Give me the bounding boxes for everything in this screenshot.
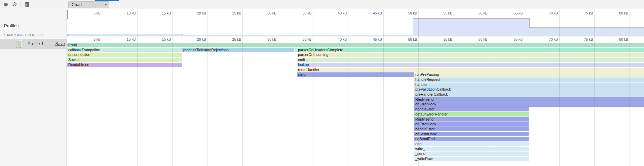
gridline [313,36,313,166]
flame-tick-label: 20 kB [187,37,206,41]
flame-bar[interactable]: callbackTrampoline [67,48,182,52]
flame-bar[interactable]: preHandlerCallback [414,92,644,97]
gridline [278,36,278,166]
gridline [383,10,384,36]
gridline [172,10,173,36]
sidebar: Profiles SAMPLING PROFILES ↓% Profile 1 … [0,9,67,166]
overview-tick-label: 35 kB [293,11,312,15]
flame-bar[interactable]: Reply.send [414,97,644,102]
gridline [278,10,278,36]
active-tab-underline [95,0,119,1]
flame-bar[interactable]: routeHandler [297,68,644,72]
flame-bar[interactable]: parserOnIncoming [297,53,644,57]
gridline [242,36,243,166]
overview-tick-label: 20 kB [187,11,206,15]
flame-bar[interactable]: runPreParsing [414,72,644,77]
gridline [524,10,524,36]
flame-bar[interactable]: defaultErrorHandler [414,112,529,117]
flame-tick-label: 30 kB [258,37,276,41]
flame-tick-label: 55 kB [433,37,452,41]
overview-tick-label: 55 kB [433,11,452,15]
overview-tick-label: 45 kB [363,11,382,15]
record-button[interactable] [4,3,8,6]
flame-tick-label: 45 kB [363,37,382,41]
overview-tick-label: 65 kB [504,11,523,15]
flame-tick-label: 80 kB [609,37,628,41]
flame-tick-label: 5 kB [82,37,101,41]
clear-icon[interactable]: ⊘ [12,1,17,8]
gridline [418,10,419,36]
flame-bar[interactable]: (root) [67,43,644,47]
flame-bar[interactable]: write_ [414,147,529,151]
trash-icon[interactable] [25,2,30,7]
flame-bar[interactable]: _send [414,152,529,156]
profile-document-icon: ↓% [16,40,22,47]
flame-bar[interactable] [295,48,297,52]
flame-bar[interactable]: onErrorHook [414,102,644,106]
overview-tick-label: 70 kB [539,11,558,15]
flame-bar[interactable]: handler [414,82,644,87]
flame-tick-label: 40 kB [328,37,347,41]
sidebar-title: Profiles [4,23,18,28]
gridline [524,36,524,166]
flame-bar[interactable]: handleError [414,127,529,131]
gridline [348,10,348,36]
svg-text:↓%: ↓% [17,44,21,47]
gridline [559,36,560,166]
toolbar-divider [21,2,21,7]
gridline [102,10,102,36]
flame-bar[interactable]: parserOnHeadersComplete [297,48,644,52]
overview-tick-label: 5 kB [82,11,101,15]
overview-tick-label: 25 kB [222,11,241,15]
flame-bar[interactable]: onSendEnd [414,137,529,141]
flame-tick-label: 75 kB [574,37,593,41]
gridline [489,10,489,36]
flame-bar[interactable]: Socket [67,58,182,62]
flame-tick-label: 60 kB [469,37,488,41]
flame-bar[interactable]: preValidationCallback [414,87,644,92]
gridline [418,36,419,166]
chart-view-select[interactable]: Chart ▾ [68,1,109,8]
overview-tick-label: 75 kB [574,11,593,15]
flame-tick-label: 10 kB [117,37,136,41]
flame-bar[interactable]: lookup [297,63,644,67]
chart-select-value: Chart [72,2,82,8]
gridline [102,36,102,166]
overview-tick-label: 80 kB [609,11,628,15]
gridline [489,36,489,166]
flame-bar[interactable]: handleRequest [414,77,644,82]
flame-tick-label: 35 kB [293,37,312,41]
gridline [559,10,560,36]
save-link[interactable]: Save [55,41,65,46]
gridline [137,10,138,36]
profiler-panel: ⊘ Chart ▾ Profiles SAMPLING PROFILES [0,0,644,166]
flame-bar[interactable]: onSendHook [414,132,529,136]
flame-bar[interactable]: onconnection [67,53,182,57]
overview-tick-label: 50 kB [398,11,417,15]
flame-bar[interactable]: Reply.send [414,117,529,122]
flame-bar[interactable]: Readable.on [67,63,182,67]
sampling-profiles-header: SAMPLING PROFILES [4,33,44,37]
flame-bar[interactable]: _writeRaw [414,157,529,161]
flame-tick-label: 25 kB [222,37,241,41]
gridline [594,36,595,166]
flame-bar[interactable]: onErrorHook [414,122,529,126]
gridline [172,36,173,166]
flame-bar[interactable]: child [297,72,414,77]
flame-bar[interactable]: emit [297,58,644,62]
gridline [313,10,313,36]
sidebar-item-profile-1[interactable]: ↓% Profile 1 Save [0,39,67,49]
gridline [383,36,384,166]
gridline [207,36,208,166]
overview-tick-label: 15 kB [152,11,171,15]
overview-scroll-thumb[interactable] [67,10,68,19]
flame-tick-label: 70 kB [539,37,558,41]
flame-tick-label: 65 kB [504,37,523,41]
overview-tick-label: 40 kB [328,11,347,15]
overview-tick-label: 60 kB [469,11,488,15]
memory-overview-area [67,19,644,36]
flame-bar[interactable]: handleError [414,107,529,111]
gridline [454,36,454,166]
toolbar: ⊘ Chart ▾ [0,0,644,9]
flame-bar[interactable]: end [414,142,529,146]
